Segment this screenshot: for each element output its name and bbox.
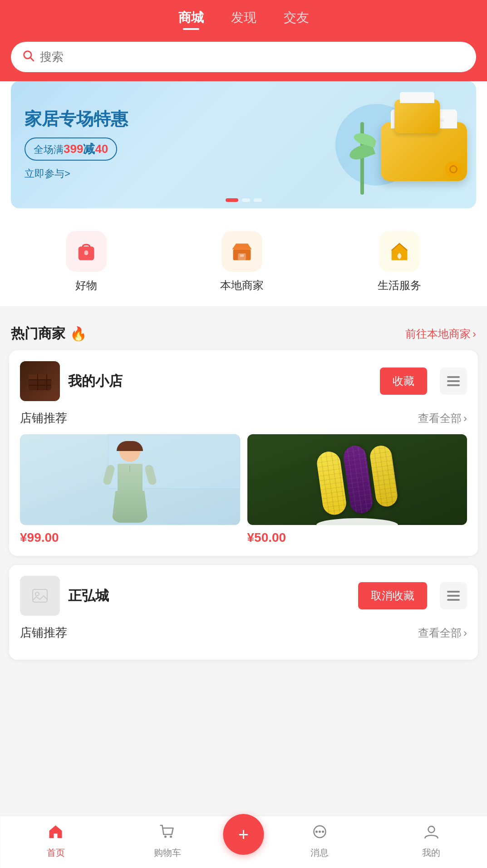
store-header-1: 我的小店 收藏 <box>20 361 467 401</box>
banner-title: 家居专场特惠 <box>25 109 462 130</box>
category-label-local: 本地商家 <box>220 278 264 293</box>
category-icon-service <box>379 231 420 272</box>
hot-section-header: 热门商家 🔥 前往本地商家 › <box>0 314 487 350</box>
hot-section-link[interactable]: 前往本地商家 › <box>405 327 476 341</box>
store-rec-link-2[interactable]: 查看全部 › <box>418 626 467 640</box>
store-collect-btn-2[interactable]: 取消收藏 <box>358 582 427 609</box>
header: 商城 发现 交友 <box>0 0 487 35</box>
search-input[interactable] <box>40 50 465 64</box>
search-bar[interactable] <box>11 42 476 72</box>
hot-title: 热门商家 🔥 <box>11 324 87 343</box>
svg-rect-13 <box>33 589 47 602</box>
category-item-local[interactable]: 本地商家 <box>220 231 264 293</box>
store-menu-btn-2[interactable] <box>440 582 467 609</box>
store-header-2: 正弘城 取消收藏 <box>20 576 467 616</box>
banner-dot-2 <box>242 198 250 202</box>
search-bar-wrap <box>0 35 487 81</box>
store-card-1: 我的小店 收藏 店铺推荐 查看全部 › <box>9 350 478 556</box>
header-tabs: 商城 发现 交友 <box>0 9 487 35</box>
banner-cta[interactable]: 立即参与> <box>25 167 462 181</box>
category-label-goods: 好物 <box>75 278 97 293</box>
search-icon <box>22 49 34 65</box>
store-rec-header-2: 店铺推荐 查看全部 › <box>20 625 467 641</box>
store-menu-btn-1[interactable] <box>440 368 467 395</box>
chevron-right-icon-2: › <box>463 412 467 425</box>
product-item-dress[interactable]: ¥99.00 <box>20 434 240 545</box>
product-img-dress <box>20 434 240 525</box>
category-section: 好物 本地商家 生活服务 <box>0 217 487 306</box>
product-price-dress: ¥99.00 <box>20 530 240 545</box>
category-item-service[interactable]: 生活服务 <box>378 231 421 293</box>
store-products-1: ¥99.00 <box>20 434 467 545</box>
banner-wrap: 家居专场特惠 全场满399减40 立即参与> <box>0 81 487 217</box>
banner-dot-3 <box>254 198 262 202</box>
banner-promo: 全场满399减40 <box>25 137 117 161</box>
store-collect-btn-1[interactable]: 收藏 <box>380 368 427 395</box>
svg-rect-6 <box>240 255 244 257</box>
store-rec-link-1[interactable]: 查看全部 › <box>418 411 467 426</box>
category-icon-local <box>221 231 262 272</box>
category-icon-goods <box>66 231 107 272</box>
store-name-1: 我的小店 <box>68 372 372 391</box>
svg-line-1 <box>30 58 33 60</box>
store-rec-title-2: 店铺推荐 <box>20 625 67 641</box>
store-name-2: 正弘城 <box>68 587 350 605</box>
store-avatar-2 <box>20 576 60 616</box>
store-card-2: 正弘城 取消收藏 店铺推荐 查看全部 › <box>9 565 478 660</box>
chevron-right-icon: › <box>472 328 476 340</box>
product-img-corn <box>247 434 467 525</box>
svg-point-14 <box>35 592 39 596</box>
store-rec-title-1: 店铺推荐 <box>20 410 67 426</box>
product-price-corn: ¥50.00 <box>247 530 467 545</box>
svg-rect-8 <box>29 374 51 380</box>
tab-shop[interactable]: 商城 <box>178 9 204 30</box>
chevron-right-icon-3: › <box>463 627 467 639</box>
category-label-service: 生活服务 <box>378 278 421 293</box>
banner-dot-1 <box>226 198 238 202</box>
banner-content: 家居专场特惠 全场满399减40 立即参与> <box>25 109 462 181</box>
banner-dots <box>226 198 262 202</box>
store-rec-header-1: 店铺推荐 查看全部 › <box>20 410 467 426</box>
category-item-goods[interactable]: 好物 <box>66 231 107 293</box>
product-item-corn[interactable]: ¥50.00 <box>247 434 467 545</box>
tab-social[interactable]: 交友 <box>284 9 309 30</box>
fire-icon: 🔥 <box>70 326 87 342</box>
tab-discover[interactable]: 发现 <box>231 9 256 30</box>
banner[interactable]: 家居专场特惠 全场满399减40 立即参与> <box>11 81 476 208</box>
store-avatar-1 <box>20 361 60 401</box>
